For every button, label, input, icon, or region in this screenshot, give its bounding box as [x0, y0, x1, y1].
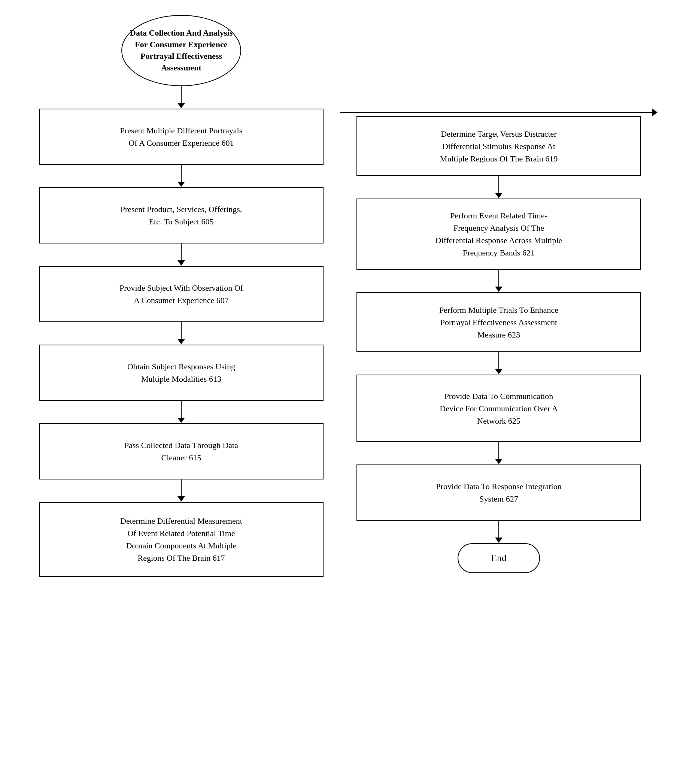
- box-621-label: Perform Event Related Time- Frequency An…: [436, 210, 562, 259]
- box-623: Perform Multiple Trials To Enhance Portr…: [356, 292, 641, 352]
- box-601: Present Multiple Different Portrayals Of…: [39, 109, 324, 165]
- box-623-label: Perform Multiple Trials To Enhance Portr…: [439, 304, 558, 341]
- arrow-621-to-623: [495, 270, 502, 292]
- box-619: Determine Target Versus Distracter Diffe…: [356, 116, 641, 176]
- end-label: End: [491, 552, 507, 564]
- box-619-label: Determine Target Versus Distracter Diffe…: [440, 128, 557, 165]
- box-615: Pass Collected Data Through Data Cleaner…: [39, 423, 324, 480]
- arrow-613-to-615: [178, 401, 185, 423]
- box-613-label: Obtain Subject Responses Using Multiple …: [128, 360, 235, 385]
- arrow-623-to-625: [495, 352, 502, 375]
- main-columns: Present Multiple Different Portrayals Of…: [22, 109, 658, 577]
- box-627-label: Provide Data To Response Integration Sys…: [436, 480, 561, 505]
- box-601-label: Present Multiple Different Portrayals Of…: [120, 125, 242, 149]
- box-625: Provide Data To Communication Device For…: [356, 375, 641, 442]
- box-625-label: Provide Data To Communication Device For…: [439, 390, 557, 427]
- flowchart-diagram: Data Collection And Analysis For Consume…: [22, 15, 658, 577]
- box-617: Determine Differential Measurement Of Ev…: [39, 502, 324, 577]
- left-column: Present Multiple Different Portrayals Of…: [22, 109, 340, 577]
- arrow-start-to-601: [178, 86, 185, 109]
- arrow-627-to-end: [495, 521, 502, 543]
- box-617-label: Determine Differential Measurement Of Ev…: [120, 515, 242, 564]
- box-627: Provide Data To Response Integration Sys…: [356, 464, 641, 521]
- box-613: Obtain Subject Responses Using Multiple …: [39, 345, 324, 401]
- box-607: Provide Subject With Observation Of A Co…: [39, 266, 324, 322]
- box-621: Perform Event Related Time- Frequency An…: [356, 199, 641, 270]
- box-605-label: Present Product, Services, Offerings, Et…: [121, 203, 242, 228]
- start-label: Data Collection And Analysis For Consume…: [130, 27, 233, 73]
- box-605: Present Product, Services, Offerings, Et…: [39, 187, 324, 243]
- arrow-601-to-605: [178, 165, 185, 187]
- arrow-625-to-627: [495, 442, 502, 464]
- box-607-label: Provide Subject With Observation Of A Co…: [120, 282, 243, 306]
- arrow-619-to-621: [495, 176, 502, 199]
- arrow-605-to-607: [178, 243, 185, 266]
- start-node: Data Collection And Analysis For Consume…: [121, 15, 241, 86]
- arrow-615-to-617: [178, 480, 185, 502]
- box-615-label: Pass Collected Data Through Data Cleaner…: [124, 439, 238, 464]
- end-node: End: [458, 543, 540, 573]
- arrow-607-to-613: [178, 322, 185, 345]
- right-column: Determine Target Versus Distracter Diffe…: [340, 109, 658, 577]
